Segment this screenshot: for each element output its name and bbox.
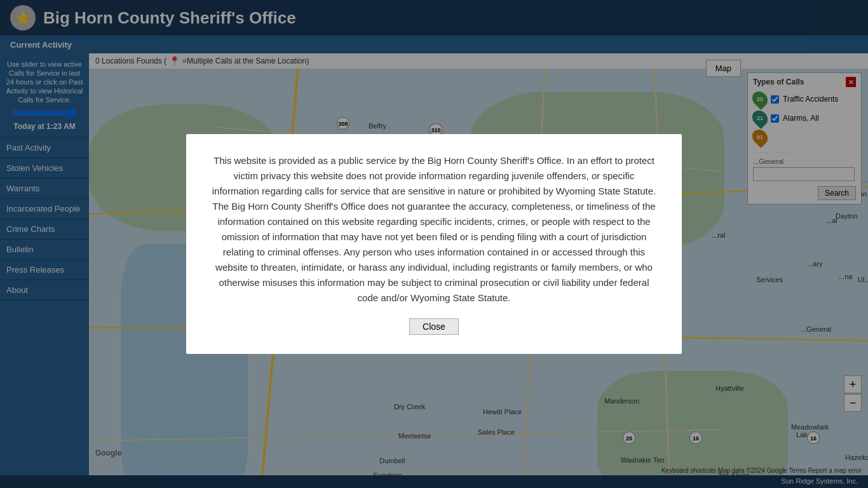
modal-overlay[interactable]: This website is provided as a public ser… xyxy=(0,0,868,488)
modal-dialog: This website is provided as a public ser… xyxy=(186,134,682,354)
modal-body-text: This website is provided as a public ser… xyxy=(212,153,656,306)
modal-close-button[interactable]: Close xyxy=(409,318,459,335)
